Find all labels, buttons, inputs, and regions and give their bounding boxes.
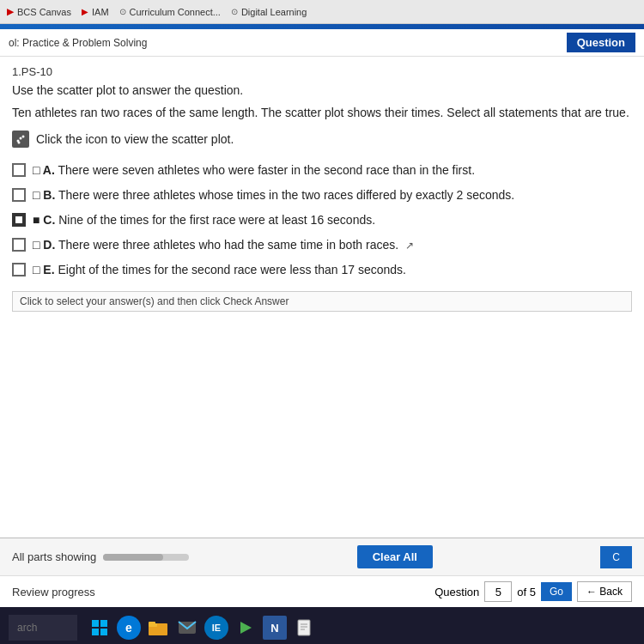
- file-explorer-icon[interactable]: [146, 616, 170, 640]
- curriculum-icon: ⊙: [119, 7, 126, 16]
- svg-rect-7: [92, 629, 99, 635]
- taskbar: e IE N: [0, 607, 644, 644]
- word-icon[interactable]: N: [263, 616, 287, 640]
- taskbar-search-input[interactable]: [9, 615, 77, 641]
- tab-curriculum-label: Curriculum Connect...: [130, 7, 221, 17]
- scatter-plot-link[interactable]: Click the icon to view the scatter plot.: [12, 131, 632, 148]
- back-button[interactable]: ← Back: [577, 581, 632, 602]
- question-body: Ten athletes ran two races of the same l…: [12, 104, 632, 122]
- iam-icon: ▶: [82, 7, 88, 16]
- checkbox-b[interactable]: [12, 188, 26, 202]
- tab-curriculum[interactable]: ⊙ Curriculum Connect...: [119, 7, 221, 17]
- question-nav-label: Question: [434, 586, 479, 598]
- svg-rect-11: [149, 622, 155, 625]
- parts-left: All parts showing: [12, 550, 189, 563]
- checkbox-d[interactable]: [12, 238, 26, 252]
- browser-tab-bar: ▶ BCS Canvas ▶ IAM ⊙ Curriculum Connect.…: [0, 0, 644, 24]
- breadcrumb-bar: ol: Practice & Problem Solving Question: [0, 29, 644, 57]
- answer-item-b[interactable]: □ B. There were three athletes whose tim…: [12, 186, 632, 204]
- tab-digital[interactable]: ⊙ Digital Learning: [231, 7, 307, 17]
- svg-marker-13: [240, 622, 252, 634]
- notepad-icon[interactable]: [292, 616, 316, 640]
- nav-bar: Review progress Question 5 of 5 Go ← Bac…: [0, 575, 644, 607]
- question-total: of 5: [517, 586, 536, 598]
- checkbox-c[interactable]: [12, 213, 26, 227]
- parts-label: All parts showing: [12, 550, 96, 563]
- svg-point-3: [22, 136, 25, 138]
- answer-label-d: □ D.: [33, 238, 55, 252]
- check-answer-button[interactable]: C: [600, 546, 632, 568]
- digital-icon: ⊙: [231, 7, 238, 16]
- question-badge: Question: [567, 33, 635, 52]
- tab-bcs-label: BCS Canvas: [17, 7, 71, 17]
- taskbar-icons: e IE N: [88, 616, 316, 640]
- scatter-plot-icon: [12, 131, 29, 148]
- answer-text-d: □ D. There were three athletes who had t…: [33, 236, 414, 254]
- main-content: 1.PS-10 Use the scatter plot to answer t…: [0, 57, 644, 538]
- checkbox-e[interactable]: [12, 263, 26, 276]
- answer-item-d[interactable]: □ D. There were three athletes who had t…: [12, 236, 632, 254]
- internet-explorer-icon[interactable]: IE: [204, 616, 228, 640]
- svg-point-2: [20, 137, 22, 140]
- answer-label-e: □ E.: [33, 263, 55, 276]
- answer-item-c[interactable]: ■ C. Nine of the times for the first rac…: [12, 211, 632, 229]
- hint-text: Click to select your answer(s) and then …: [20, 295, 289, 307]
- tab-digital-label: Digital Learning: [241, 7, 307, 17]
- svg-rect-5: [92, 620, 99, 627]
- svg-rect-8: [100, 629, 107, 635]
- instruction-hint: Click to select your answer(s) and then …: [12, 291, 632, 312]
- progress-bar-fill: [103, 554, 163, 561]
- edge-icon[interactable]: e: [117, 616, 141, 640]
- svg-point-4: [18, 142, 21, 144]
- instruction-text: Use the scatter plot to answer the quest…: [12, 83, 632, 97]
- media-icon[interactable]: [234, 616, 258, 640]
- answer-label-a: □ A.: [33, 163, 55, 177]
- svg-rect-6: [100, 620, 107, 627]
- answer-text-e: □ E. Eight of the times for the second r…: [33, 261, 406, 279]
- svg-rect-14: [298, 620, 310, 635]
- answer-label-c: ■ C.: [33, 213, 55, 227]
- parts-bar: All parts showing Clear All C: [0, 538, 644, 575]
- answer-label-b: □ B.: [33, 188, 55, 202]
- question-nav: Question 5 of 5 Go ← Back: [434, 581, 632, 602]
- answer-choices: □ A. There were seven athletes who were …: [12, 161, 632, 279]
- question-id: 1.PS-10: [12, 65, 632, 78]
- review-progress-link[interactable]: Review progress: [12, 586, 95, 598]
- answer-text-a: □ A. There were seven athletes who were …: [33, 161, 475, 179]
- answer-item-e[interactable]: □ E. Eight of the times for the second r…: [12, 261, 632, 279]
- progress-bar-bg: [103, 554, 189, 561]
- answer-text-b: □ B. There were three athletes whose tim…: [33, 186, 514, 204]
- checkbox-a[interactable]: [12, 163, 26, 177]
- scatter-plot-link-text: Click the icon to view the scatter plot.: [36, 132, 234, 146]
- windows-icon[interactable]: [88, 616, 112, 640]
- cursor-indicator: ↗: [405, 238, 414, 253]
- tab-iam[interactable]: ▶ IAM: [82, 7, 109, 17]
- question-number-input[interactable]: 5: [484, 581, 512, 602]
- mail-icon[interactable]: [175, 616, 199, 640]
- clear-all-button[interactable]: Clear All: [357, 545, 433, 568]
- bcs-icon: ▶: [7, 7, 14, 16]
- breadcrumb-text: ol: Practice & Problem Solving: [9, 37, 147, 49]
- go-button[interactable]: Go: [541, 582, 572, 601]
- answer-text-c: ■ C. Nine of the times for the first rac…: [33, 211, 375, 229]
- answer-item-a[interactable]: □ A. There were seven athletes who were …: [12, 161, 632, 179]
- tab-iam-label: IAM: [92, 7, 109, 17]
- tab-bcs-canvas[interactable]: ▶ BCS Canvas: [7, 7, 71, 17]
